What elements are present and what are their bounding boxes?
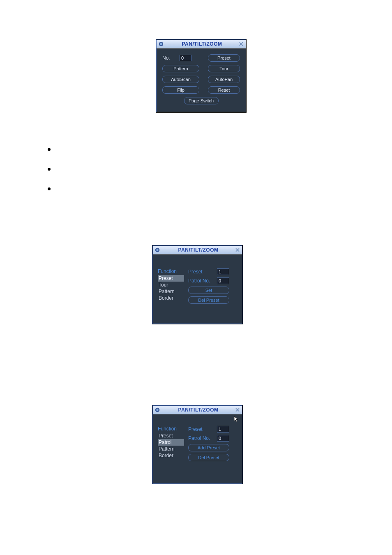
set-button[interactable]: Set: [188, 287, 229, 294]
close-icon[interactable]: [235, 247, 240, 253]
preset-input[interactable]: [217, 268, 229, 275]
function-panel: Preset Patrol No. Add Preset Del Preset: [188, 426, 237, 477]
window-title: PAN/TILT/ZOOM: [162, 407, 235, 413]
ptz-dialog-preset: PAN/TILT/ZOOM Function Preset Tour Patte…: [152, 245, 242, 324]
dialog-body: Function Preset Tour Pattern Border Pres…: [153, 254, 242, 324]
titlebar[interactable]: PAN/TILT/ZOOM: [153, 246, 242, 254]
list-item-patrol[interactable]: Patrol: [158, 439, 184, 446]
cursor-icon: [234, 416, 239, 424]
list-item-preset[interactable]: Preset: [158, 275, 184, 282]
titlebar[interactable]: PAN/TILT/ZOOM: [153, 406, 242, 414]
pattern-button[interactable]: Pattern: [162, 65, 199, 72]
close-icon[interactable]: [235, 407, 240, 413]
function-list: Function Preset Tour Pattern Border: [158, 268, 184, 317]
window-title: PAN/TILT/ZOOM: [162, 247, 235, 253]
stray-mark: ,: [182, 166, 184, 171]
function-label: Function: [158, 426, 184, 432]
patrol-input[interactable]: [217, 435, 229, 442]
list-item-preset[interactable]: Preset: [158, 432, 184, 439]
page-switch-button[interactable]: Page Switch: [184, 97, 219, 104]
close-icon[interactable]: [238, 41, 244, 47]
patrol-input[interactable]: [217, 278, 229, 284]
del-preset-button[interactable]: Del Preset: [188, 296, 229, 304]
flip-button[interactable]: Flip: [162, 86, 199, 94]
svg-point-5: [156, 409, 158, 411]
app-icon: [154, 247, 160, 253]
autopan-button[interactable]: AutoPan: [208, 76, 240, 83]
svg-point-3: [156, 249, 158, 251]
tour-button[interactable]: Tour: [208, 65, 240, 72]
preset-button[interactable]: Preset: [208, 54, 240, 62]
patrol-label: Patrol No.: [188, 278, 214, 284]
bullet: [48, 187, 51, 190]
list-item-tour[interactable]: Tour: [158, 282, 184, 288]
list-item-pattern[interactable]: Pattern: [158, 446, 184, 452]
bullet: [48, 148, 51, 151]
preset-input[interactable]: [217, 426, 229, 432]
bullet: [48, 168, 51, 171]
ptz-dialog-patrol: PAN/TILT/ZOOM Function Preset Patrol Pat…: [152, 405, 242, 484]
del-preset-button[interactable]: Del Preset: [188, 454, 229, 461]
function-label: Function: [158, 268, 184, 274]
autoscan-button[interactable]: AutoScan: [162, 76, 199, 83]
dialog-body: Function Preset Patrol Pattern Border Pr…: [153, 414, 242, 483]
no-input[interactable]: [180, 55, 192, 61]
ptz-dialog-call: PAN/TILT/ZOOM No. Preset Pattern Tour Au…: [156, 39, 246, 112]
reset-button[interactable]: Reset: [208, 86, 240, 94]
app-icon: [154, 407, 160, 413]
list-item-pattern[interactable]: Pattern: [158, 288, 184, 295]
titlebar[interactable]: PAN/TILT/ZOOM: [157, 40, 246, 49]
patrol-label: Patrol No.: [188, 435, 214, 441]
app-icon: [158, 41, 164, 47]
no-label: No.: [162, 55, 176, 61]
list-item-border[interactable]: Border: [158, 295, 184, 301]
dialog-body: No. Preset Pattern Tour AutoScan AutoPan…: [157, 49, 246, 112]
add-preset-button[interactable]: Add Preset: [188, 444, 229, 451]
function-list: Function Preset Patrol Pattern Border: [158, 426, 184, 477]
list-item-border[interactable]: Border: [158, 452, 184, 459]
preset-label: Preset: [188, 269, 214, 275]
function-panel: Preset Patrol No. Set Del Preset: [188, 268, 237, 317]
preset-label: Preset: [188, 426, 214, 432]
svg-point-1: [160, 43, 162, 45]
window-title: PAN/TILT/ZOOM: [166, 41, 238, 47]
